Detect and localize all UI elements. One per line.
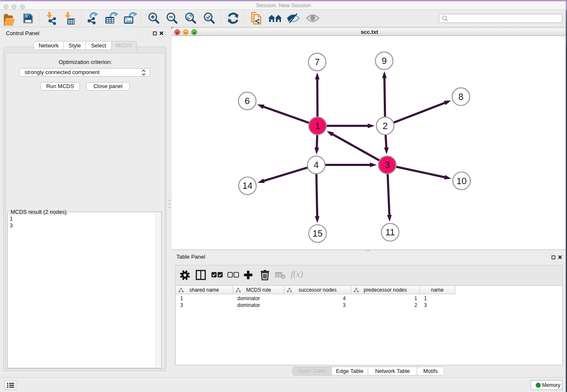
svg-text:10: 10 [457,176,467,186]
svg-text:15: 15 [312,229,322,239]
svg-text:4: 4 [314,160,319,170]
svg-text:7: 7 [315,57,320,67]
svg-text:6: 6 [245,96,250,106]
svg-text:2: 2 [383,121,388,131]
svg-text:11: 11 [385,227,395,237]
svg-text:3: 3 [385,160,390,170]
svg-text:1: 1 [315,121,320,131]
svg-text:14: 14 [242,181,253,191]
svg-text:9: 9 [382,56,387,66]
svg-text:8: 8 [458,92,463,102]
